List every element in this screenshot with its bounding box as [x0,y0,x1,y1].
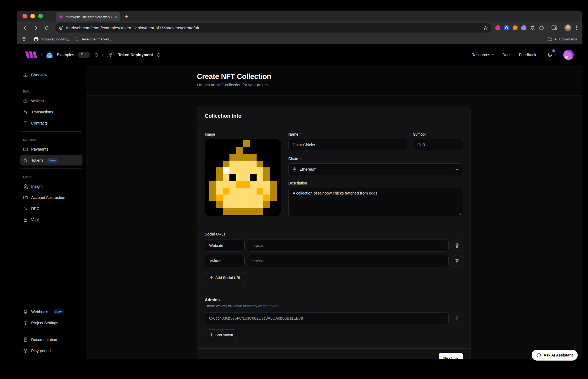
extension-icon-dark[interactable] [530,25,535,30]
forward-button[interactable] [31,23,40,33]
resources-menu[interactable]: Resources [471,53,495,57]
ask-ai-assistant-label: Ask AI Assistant [544,353,573,357]
sidebar-item-documentation[interactable]: Documentation [20,334,82,345]
collection-image-upload[interactable] [205,139,281,216]
sidebar-item-playground[interactable]: Playground [20,345,82,356]
bookmark-label: niftyswap.gg/Nifty... [41,37,71,41]
project-name[interactable]: Token Deployment [118,53,153,57]
lock-icon [23,217,28,222]
feedback-link[interactable]: Feedback [519,53,536,57]
add-admin-button[interactable]: Add Admin [205,329,238,340]
chain-value: Ethereum [299,167,452,171]
close-window-button[interactable] [23,14,27,18]
card-header: Collection Info [197,107,471,125]
delete-admin-button[interactable] [451,312,463,324]
folder-icon [23,195,28,200]
extension-icon-pink[interactable] [495,25,500,30]
sidebar-item-payments[interactable]: Payments [20,144,82,154]
docs-link[interactable]: Docs [502,53,511,57]
sidebar-item-label: Vault [31,218,40,222]
header-nav: Resources Docs Feedback [471,49,574,61]
trash-icon [455,316,459,321]
plan-badge: Free [78,52,90,58]
bookmark-niftyswap[interactable]: niftyswap.gg/Nifty... [34,37,71,42]
sidebar-item-wallets[interactable]: Wallets [20,95,82,106]
side-panel-search-icon[interactable] [551,25,557,30]
sidebar-item-webhooks[interactable]: Webhooks New [20,306,82,317]
name-input[interactable] [288,139,407,151]
sidebar-item-contracts[interactable]: Contracts [20,118,82,128]
book-icon [23,337,28,342]
description-textarea[interactable]: A collection of rainbow chicks hatched f… [288,188,463,216]
reload-button[interactable] [42,23,51,33]
browser-menu-icon[interactable] [575,26,578,30]
bookmark-star-icon[interactable] [483,25,488,30]
project-switcher-button[interactable] [156,52,161,58]
symbol-input[interactable] [413,139,463,151]
bookmark-developer-marketing[interactable]: Developer marketi... [75,37,112,41]
thirdweb-app: / Examples Free / Token Deployment [17,44,582,365]
social-url-input[interactable] [247,240,449,251]
thirdweb-logo[interactable] [25,51,37,59]
sidebar-item-tokens[interactable]: Tokens New [20,155,82,165]
sidebar-item-rpc[interactable]: RPC [20,203,82,214]
user-avatar[interactable] [563,50,574,60]
sidebar-item-project-settings[interactable]: Project Settings [20,317,82,328]
team-name[interactable]: Examples [57,53,74,57]
team-switcher-button[interactable] [94,52,98,58]
back-button[interactable] [20,23,30,33]
social-platform-input[interactable] [205,240,245,251]
team-avatar[interactable] [46,51,53,59]
ethereum-icon [293,167,296,172]
browser-tab[interactable]: thirdweb: The complete web3 × [56,12,120,21]
browser-toolbar: thirdweb.com/team/examples/Token-Deploym… [17,21,582,34]
social-platform-input[interactable] [205,255,245,267]
delete-social-url-button[interactable] [451,240,463,251]
browser-window: thirdweb: The complete web3 × + thirdweb… [17,11,582,365]
zoom-window-button[interactable] [38,14,43,18]
bookmarks-bar: niftyswap.gg/Nifty... Developer marketi.… [17,34,582,44]
bell-icon [547,52,552,58]
chain-select[interactable]: Ethereum [288,163,463,175]
new-tab-button[interactable]: + [125,14,128,20]
add-social-url-button[interactable]: Add Social URL [205,272,246,283]
close-tab-icon[interactable]: × [115,15,117,19]
sidebar-item-insight[interactable]: Insight [20,181,82,192]
admin-address-input[interactable] [205,312,449,324]
delete-social-url-button[interactable] [451,255,463,267]
metamask-extension-icon[interactable] [513,25,518,30]
sidebar-item-account-abstraction[interactable]: Account Abstraction [20,192,82,203]
sidebar-item-transactions[interactable]: Transactions [20,107,82,117]
sidebar-section-label: Monetize [23,138,80,142]
social-url-row [205,240,463,251]
all-bookmarks-button[interactable]: All Bookmarks [548,37,577,41]
image-label: Image [205,132,215,136]
social-url-input[interactable] [247,255,449,267]
sidebar-item-vault[interactable]: Vault [20,214,82,225]
sidebar-item-overview[interactable]: Overview [20,69,82,80]
sidebar-item-label: RPC [31,206,39,211]
divider [21,83,82,83]
browser-profile-avatar[interactable] [564,24,571,31]
apps-grid-icon[interactable] [22,37,26,41]
thirdweb-favicon [59,15,63,19]
minimize-window-button[interactable] [30,14,35,18]
rpc-signal-icon [23,206,28,211]
extension-icon-blue[interactable] [504,25,509,30]
insight-icon [23,184,28,189]
site-info-icon[interactable] [59,26,63,30]
card-footer: Next [197,348,471,359]
new-badge: New [53,309,64,314]
next-button[interactable]: Next [439,353,463,359]
phantom-extension-icon[interactable] [521,25,526,30]
sidebar-item-label: Contracts [31,121,48,125]
collection-image [209,140,277,215]
extensions-puzzle-icon[interactable] [539,25,544,31]
add-admin-label: Add Admin [215,333,233,337]
url-bar[interactable]: thirdweb.com/team/examples/Token-Deploym… [55,23,491,33]
ask-ai-assistant-button[interactable]: Ask AI Assistant [532,350,578,361]
notifications-button[interactable] [544,49,556,61]
chevrons-up-down-icon [157,52,161,58]
chevron-down-icon [455,168,459,170]
divider [548,25,548,31]
